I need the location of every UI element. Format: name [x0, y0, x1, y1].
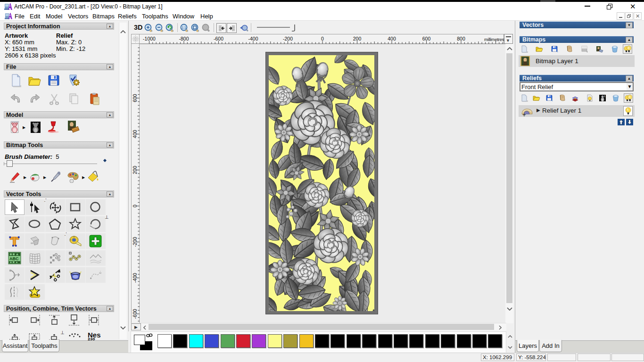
svg-text:-1000: -1000	[143, 36, 156, 41]
svg-text:200: 200	[353, 36, 362, 41]
svg-text:-800: -800	[179, 36, 189, 41]
svg-text:-400: -400	[132, 273, 138, 283]
svg-text:0: 0	[321, 36, 324, 41]
svg-text:600: 600	[132, 94, 138, 102]
svg-text:200: 200	[132, 166, 138, 174]
svg-text:0: 0	[132, 205, 138, 207]
svg-text:400: 400	[132, 130, 138, 138]
svg-text:ABC: ABC	[9, 256, 19, 261]
svg-text:1:1: 1:1	[182, 26, 186, 29]
svg-text:1: 1	[604, 95, 605, 98]
svg-text:600: 600	[422, 36, 431, 41]
svg-text:800: 800	[457, 36, 465, 41]
svg-text:-200: -200	[283, 36, 293, 41]
svg-text:400: 400	[388, 36, 396, 41]
svg-text:-600: -600	[214, 36, 223, 41]
svg-text:-200: -200	[132, 237, 138, 247]
svg-text:-400: -400	[248, 36, 258, 41]
svg-text:-600: -600	[132, 309, 138, 319]
